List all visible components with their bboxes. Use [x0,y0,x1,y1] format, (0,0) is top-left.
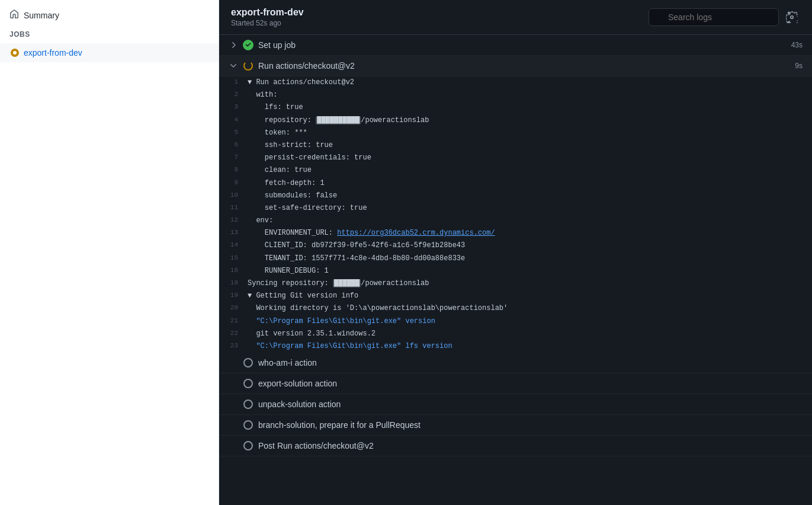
chevron-right-icon [229,40,238,50]
page-title: export-from-dev [231,7,304,18]
step-duration-run-checkout: 9s [795,62,803,70]
step-row-who-am-i[interactable]: who-am-i action [219,353,812,373]
log-line: 10 submodules: false [219,190,812,202]
chevron-placeholder-icon-4 [229,420,238,430]
log-line: 6 ssh-strict: true [219,139,812,152]
sidebar: Summary Jobs export-from-dev [0,0,219,505]
main-header-left: export-from-dev Started 52s ago [231,7,304,27]
step-status-pending-icon-2 [243,378,253,389]
log-line: 5 token: *** [219,127,812,139]
step-status-pending-icon-3 [243,399,253,410]
log-line: 22 git version 2.35.1.windows.2 [219,328,812,340]
job-name-label: export-from-dev [24,48,82,57]
step-label-post-run-checkout: Post Run actions/checkout@v2 [258,441,803,450]
log-line: 4 repository: ██████████/poweractionslab [219,114,812,127]
step-status-running-icon [243,60,253,71]
settings-button[interactable] [784,9,800,25]
step-label-run-checkout: Run actions/checkout@v2 [258,61,795,71]
search-logs-input[interactable] [649,8,779,26]
log-line: 2 with: [219,89,812,101]
step-row-post-run-checkout[interactable]: Post Run actions/checkout@v2 [219,436,812,456]
search-logs-container [649,8,779,26]
log-line: 11 set-safe-directory: true [219,202,812,215]
log-line: 13 ENVIRONMENT_URL: https://org36dcab52.… [219,227,812,239]
home-icon [9,9,19,21]
log-line: 21 "C:\Program Files\Git\bin\git.exe" ve… [219,315,812,328]
step-label-export-solution: export-solution action [258,379,803,388]
chevron-placeholder-icon [229,358,238,367]
log-line: 15 TENANT_ID: 1557f771-4c8e-4dbd-8b80-dd… [219,252,812,265]
step-label-setup-job: Set up job [258,40,791,50]
log-line: 14 CLIENT_ID: db972f39-0fe5-42f6-a1c6-5f… [219,239,812,252]
jobs-section-label: Jobs [0,25,219,43]
log-line: 18 Syncing repository: ██████/poweractio… [219,277,812,290]
step-row-run-checkout[interactable]: Run actions/checkout@v2 9s [219,56,812,76]
step-label-unpack-solution: unpack-solution action [258,399,803,409]
step-status-success-icon [243,40,253,50]
job-status-running-icon [11,49,19,57]
step-row-export-solution[interactable]: export-solution action [219,373,812,394]
log-line: 9 fetch-depth: 1 [219,177,812,190]
step-row-unpack-solution[interactable]: unpack-solution action [219,394,812,415]
chevron-placeholder-icon-5 [229,441,238,450]
log-line: 19 ▼ Getting Git version info [219,290,812,302]
log-line: 8 clean: true [219,164,812,177]
main-header-right [649,8,800,26]
log-line: 12 env: [219,215,812,227]
step-label-who-am-i: who-am-i action [258,358,803,367]
gear-icon [786,11,798,23]
page-subtitle: Started 52s ago [231,19,304,27]
log-line: 23 "C:\Program Files\Git\bin\git.exe" lf… [219,340,812,353]
chevron-placeholder-icon-3 [229,399,238,409]
log-line: 1 ▼ Run actions/checkout@v2 [219,76,812,89]
step-status-pending-icon-1 [243,357,253,368]
log-lines: 1 ▼ Run actions/checkout@v2 2 with: 3 lf… [219,76,812,353]
summary-label: Summary [24,11,59,20]
step-label-branch-solution: branch-solution, prepare it for a PullRe… [258,420,803,430]
step-row-branch-solution[interactable]: branch-solution, prepare it for a PullRe… [219,415,812,436]
step-duration-setup-job: 43s [791,41,803,49]
chevron-placeholder-icon-2 [229,379,238,388]
log-line: 3 lfs: true [219,101,812,114]
step-status-pending-icon-4 [243,420,253,430]
log-line: 7 persist-credentials: true [219,152,812,164]
sidebar-job-item-export-from-dev[interactable]: export-from-dev [0,43,219,62]
log-line: 16 RUNNER_DEBUG: 1 [219,265,812,277]
log-line: 20 Working directory is 'D:\a\poweractio… [219,302,812,315]
step-row-setup-job[interactable]: Set up job 43s [219,35,812,56]
sidebar-summary-link[interactable]: Summary [0,5,219,25]
main-panel: export-from-dev Started 52s ago [219,0,812,505]
step-status-pending-icon-5 [243,440,253,451]
main-header: export-from-dev Started 52s ago [219,0,812,35]
log-area[interactable]: Set up job 43s Run actions/checkout@v2 9… [219,35,812,505]
chevron-down-icon [229,61,238,71]
